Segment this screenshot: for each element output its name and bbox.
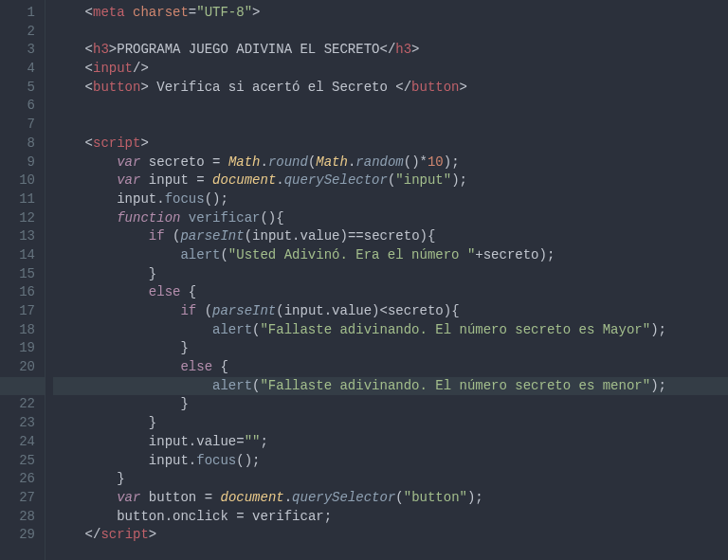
token-pun: = <box>189 5 196 20</box>
code-line[interactable]: <h3>PROGRAMA JUEGO ADIVINA EL SECRETO</h… <box>53 41 728 60</box>
token-call: alert <box>212 378 252 393</box>
token-pun: ){ <box>444 303 460 318</box>
token-call: focus <box>196 453 236 468</box>
line-number: 26 <box>0 470 35 489</box>
token-txt <box>205 172 212 188</box>
code-line[interactable]: } <box>53 414 728 433</box>
line-number: 3 <box>0 41 35 60</box>
code-line[interactable]: input.focus(); <box>53 452 728 471</box>
token-fnital: parseInt <box>212 303 276 318</box>
token-pun: (){ <box>260 210 283 226</box>
token-meth: round <box>268 154 308 170</box>
code-line[interactable]: } <box>53 395 728 414</box>
token-id: input <box>149 453 189 468</box>
token-txt <box>205 154 212 170</box>
token-op: = <box>205 490 212 505</box>
token-txt <box>140 490 148 505</box>
code-line[interactable]: alert("Fallaste adivinando. El número se… <box>53 321 728 340</box>
token-attn: charset <box>133 5 189 20</box>
token-txt <box>140 172 148 188</box>
token-pun: ); <box>539 247 555 262</box>
code-editor-content[interactable]: <meta charset="UTF-8"> <h3>PROGRAMA JUEG… <box>46 0 728 560</box>
code-line[interactable]: input.value=""; <box>53 433 728 452</box>
token-txt: Verifica si acertó el Secreto <box>149 80 395 95</box>
code-line[interactable]: else { <box>53 283 728 302</box>
line-number: 11 <box>0 190 35 209</box>
token-pun: (); <box>205 191 228 207</box>
token-obj: Math <box>316 154 348 170</box>
code-line[interactable]: function verificar(){ <box>53 209 728 228</box>
code-line[interactable] <box>53 23 728 42</box>
token-ang: < <box>85 135 93 151</box>
code-line[interactable]: var input = document.querySelector("inpu… <box>53 172 728 190</box>
code-line[interactable]: } <box>53 265 728 284</box>
code-line[interactable]: if (parseInt(input.value)==secreto){ <box>53 227 728 246</box>
line-number: 2 <box>0 23 35 42</box>
code-line[interactable]: } <box>53 339 728 358</box>
code-line[interactable]: button.onclick = verificar; <box>53 508 728 527</box>
token-pun: { <box>220 359 228 374</box>
token-id: secreto <box>388 303 444 318</box>
token-fn: verificar <box>189 210 261 226</box>
token-op: == <box>348 228 364 244</box>
token-dot: . <box>189 434 196 449</box>
token-dot: . <box>292 228 300 244</box>
line-number: 23 <box>0 414 35 433</box>
line-number: 19 <box>0 339 35 358</box>
code-line[interactable]: alert("Fallaste adivinando. El número se… <box>53 377 728 396</box>
token-id: input <box>252 228 292 244</box>
code-line[interactable]: input.focus(); <box>53 190 728 209</box>
token-obj: document <box>220 490 283 505</box>
token-tag: h3 <box>395 42 411 57</box>
line-number: 20 <box>0 358 35 377</box>
token-dot: . <box>284 490 292 505</box>
token-op: = <box>236 434 244 449</box>
code-line[interactable]: if (parseInt(input.value)<secreto){ <box>53 302 728 321</box>
line-number-gutter: 1234567891011121314151617181920212223242… <box>0 0 46 560</box>
code-line[interactable]: <script> <box>53 135 728 154</box>
code-line[interactable] <box>53 97 728 116</box>
token-tag: button <box>93 80 140 95</box>
code-line[interactable]: var secreto = Math.round(Math.random()*1… <box>53 154 728 172</box>
line-number: 10 <box>0 172 35 190</box>
token-ang: > <box>149 527 156 542</box>
token-id: input <box>149 434 189 449</box>
code-line[interactable]: var button = document.querySelector("but… <box>53 489 728 508</box>
code-line[interactable]: <button> Verifica si acertó el Secreto <… <box>53 79 728 98</box>
token-pun: ); <box>451 172 467 188</box>
token-ang: < <box>85 42 93 57</box>
line-number: 5 <box>0 79 35 98</box>
token-pun: ( <box>220 247 228 262</box>
code-line[interactable]: alert("Usted Adivinó. Era el número "+se… <box>53 246 728 265</box>
token-pun: ; <box>324 509 332 524</box>
code-line[interactable] <box>53 116 728 135</box>
token-kw: if <box>180 303 196 318</box>
token-tag: script <box>93 135 140 151</box>
code-line[interactable]: <input/> <box>53 60 728 79</box>
line-number: 4 <box>0 60 35 79</box>
line-number: 9 <box>0 154 35 172</box>
token-ang: > <box>109 42 117 57</box>
token-id: value <box>300 228 340 244</box>
line-number: 28 <box>0 508 35 527</box>
code-line[interactable]: </script> <box>53 526 728 545</box>
token-str: "Usted Adivinó. Era el número " <box>228 247 475 262</box>
token-txt: PROGRAMA JUEGO ADIVINA EL SECRETO <box>117 42 379 57</box>
token-str: "Fallaste adivinando. El número secreto … <box>260 378 650 393</box>
token-dot: . <box>260 154 267 170</box>
code-line[interactable]: <meta charset="UTF-8"> <box>53 4 728 23</box>
token-fnital: parseInt <box>180 228 244 244</box>
code-line[interactable]: } <box>53 470 728 489</box>
token-id: value <box>332 303 372 318</box>
token-pun: { <box>189 284 196 299</box>
token-ang: > <box>140 135 148 151</box>
code-line[interactable]: else { <box>53 358 728 377</box>
token-pun: ); <box>650 378 666 393</box>
token-pun: } <box>180 340 188 355</box>
line-number: 6 <box>0 97 35 116</box>
token-kw2: var <box>117 154 140 170</box>
line-number: 29 <box>0 526 35 545</box>
line-number: 17 <box>0 302 35 321</box>
token-call: alert <box>212 322 252 337</box>
token-pun: ){ <box>420 228 436 244</box>
